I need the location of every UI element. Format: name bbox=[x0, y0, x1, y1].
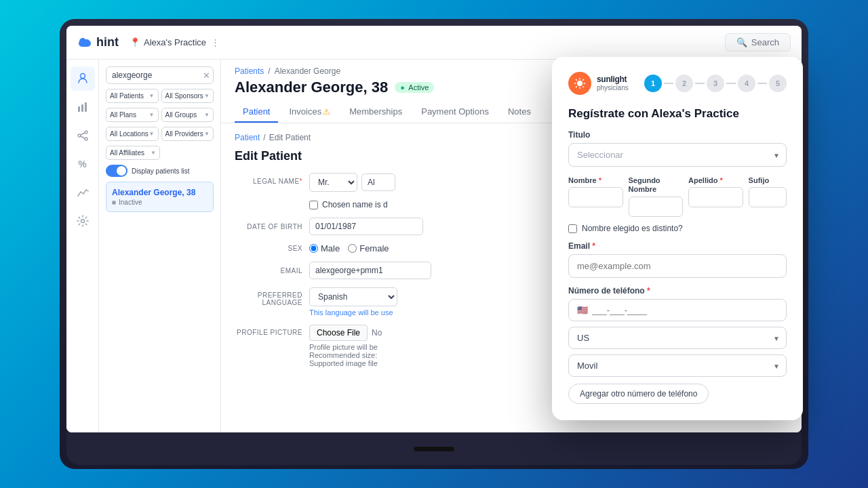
sunlight-sun-icon bbox=[574, 77, 586, 89]
pic-hint-3: Supported image file bbox=[309, 359, 382, 367]
dob-input[interactable] bbox=[309, 218, 423, 235]
svg-point-3 bbox=[80, 74, 85, 79]
apellido-label: Apellido bbox=[688, 176, 717, 184]
all-plans-filter[interactable]: All Plans▼ bbox=[106, 108, 159, 122]
svg-line-19 bbox=[576, 86, 577, 87]
breadcrumb-patient-name: Alexander George bbox=[275, 66, 340, 76]
nombre-label: Nombre bbox=[568, 176, 597, 184]
step-4[interactable]: 4 bbox=[738, 75, 755, 92]
sufijo-input[interactable] bbox=[749, 187, 787, 207]
chosen-name-checkbox[interactable] bbox=[309, 201, 318, 209]
all-groups-filter[interactable]: All Groups▼ bbox=[161, 108, 214, 122]
active-badge: ● Active bbox=[395, 82, 434, 93]
svg-point-11 bbox=[577, 81, 583, 86]
phone-number-label: Número de teléfono * bbox=[568, 286, 787, 296]
svg-rect-5 bbox=[81, 104, 83, 112]
patient-status: Inactive bbox=[119, 199, 142, 206]
chosen-name-modal-checkbox[interactable]: Nombre elegido es distinto? bbox=[568, 224, 787, 233]
practice-name[interactable]: 📍 Alexa's Practice ⋮ bbox=[130, 37, 220, 47]
sufijo-label: Sufijo bbox=[749, 176, 770, 184]
breadcrumb-patients-link[interactable]: Patients bbox=[235, 66, 264, 76]
step-1[interactable]: 1 bbox=[644, 75, 662, 92]
svg-point-10 bbox=[81, 220, 84, 223]
tab-notes[interactable]: Notes bbox=[500, 102, 539, 123]
choose-file-button[interactable]: Choose File bbox=[309, 325, 368, 341]
step-3[interactable]: 3 bbox=[707, 75, 724, 92]
step-5[interactable]: 5 bbox=[769, 75, 787, 92]
tab-payment-options[interactable]: Payment Options bbox=[413, 102, 497, 123]
all-providers-filter[interactable]: All Providers▼ bbox=[161, 127, 214, 141]
logo-text: hint bbox=[96, 35, 119, 49]
sunlight-logo-line1: sunlight bbox=[597, 75, 629, 84]
cloud-icon bbox=[77, 37, 92, 48]
modal-email-label: Email * bbox=[568, 241, 787, 251]
practice-label: Alexa's Practice bbox=[144, 37, 206, 47]
search-icon: 🔍 bbox=[736, 37, 747, 47]
pic-hint-1: Profile picture will be bbox=[309, 343, 382, 351]
all-locations-filter[interactable]: All Locations▼ bbox=[106, 127, 159, 141]
titulo-label: Titulo bbox=[568, 130, 787, 140]
location-icon: 📍 bbox=[130, 37, 140, 47]
segundo-nombre-input[interactable] bbox=[629, 197, 684, 217]
filter-panel: ✕ All Patients▼ All Sponsors▼ bbox=[99, 60, 221, 432]
patient-search-input[interactable] bbox=[106, 66, 214, 84]
phone-type-select[interactable]: Movil bbox=[568, 354, 787, 377]
language-note: This language will be use bbox=[309, 308, 397, 317]
modal-email-input[interactable] bbox=[568, 254, 787, 278]
sidebar-item-settings[interactable] bbox=[71, 209, 95, 233]
all-patients-filter[interactable]: All Patients▼ bbox=[106, 89, 159, 103]
breadcrumb-separator: / bbox=[268, 66, 270, 76]
sex-female-radio[interactable] bbox=[348, 244, 357, 253]
phone-flag-icon: 🇺🇸 bbox=[577, 305, 588, 315]
search-text: Search bbox=[751, 37, 779, 47]
apellido-input[interactable] bbox=[688, 187, 743, 207]
sunlight-logo: sunlight physicians bbox=[568, 72, 629, 95]
svg-point-8 bbox=[78, 134, 81, 137]
sidebar-item-analytics[interactable] bbox=[71, 95, 95, 119]
tab-memberships[interactable]: Memberships bbox=[341, 102, 410, 123]
invoices-warning-icon: ⚠ bbox=[323, 107, 330, 117]
phone-number-input[interactable] bbox=[592, 305, 778, 315]
hint-logo: hint bbox=[77, 35, 119, 49]
sidebar-item-chart[interactable] bbox=[71, 180, 95, 205]
email-input[interactable] bbox=[309, 262, 431, 279]
svg-rect-6 bbox=[85, 102, 87, 112]
tab-patient[interactable]: Patient bbox=[235, 102, 278, 123]
sidebar-icons: % bbox=[66, 60, 99, 432]
svg-line-16 bbox=[576, 79, 577, 81]
svg-rect-4 bbox=[78, 106, 80, 112]
svg-line-18 bbox=[583, 79, 584, 81]
country-select[interactable]: US bbox=[568, 327, 787, 349]
sidebar-item-share[interactable] bbox=[71, 123, 95, 148]
more-dots-icon[interactable]: ⋮ bbox=[211, 37, 220, 47]
svg-point-9 bbox=[85, 138, 87, 140]
sunlight-logo-line2: physicians bbox=[597, 84, 629, 92]
patient-list-item[interactable]: Alexander George, 38 Inactive bbox=[106, 182, 214, 212]
step-2[interactable]: 2 bbox=[675, 75, 693, 92]
all-sponsors-filter[interactable]: All Sponsors▼ bbox=[161, 89, 214, 103]
patient-name: Alexander George, 38 bbox=[112, 188, 208, 197]
language-select[interactable]: Spanish bbox=[309, 287, 397, 306]
titulo-select[interactable]: Seleccionar bbox=[568, 143, 787, 167]
sex-male-radio[interactable] bbox=[309, 244, 318, 253]
search-clear-button[interactable]: ✕ bbox=[203, 70, 210, 81]
sidebar-item-patients[interactable] bbox=[71, 66, 95, 91]
svg-point-7 bbox=[85, 131, 87, 134]
registration-modal: sunlight physicians 1 2 3 4 5 Regístrate… bbox=[552, 57, 803, 420]
edit-breadcrumb-patient-link[interactable]: Patient bbox=[235, 133, 260, 142]
title-select[interactable]: Mr. bbox=[309, 173, 357, 192]
all-affiliates-filter[interactable]: All Affiliates▼ bbox=[106, 146, 160, 160]
no-file-label: No bbox=[372, 328, 382, 338]
tab-invoices[interactable]: Invoices ⚠ bbox=[281, 102, 338, 123]
search-bar[interactable]: 🔍 Search bbox=[725, 33, 791, 52]
pic-hint-2: Recommended size: bbox=[309, 351, 382, 359]
step-indicators: 1 2 3 4 5 bbox=[644, 75, 787, 92]
modal-title: Regístrate con Alexa's Practice bbox=[568, 107, 787, 121]
display-patients-toggle[interactable] bbox=[106, 165, 127, 177]
first-name-input[interactable] bbox=[361, 174, 395, 191]
sidebar-item-percent[interactable]: % bbox=[71, 152, 95, 176]
nombre-input[interactable] bbox=[568, 187, 623, 207]
patient-title: Alexander George, 38 bbox=[235, 79, 388, 96]
svg-point-2 bbox=[84, 39, 90, 45]
add-phone-button[interactable]: Agregar otro número de teléfono bbox=[568, 384, 709, 404]
